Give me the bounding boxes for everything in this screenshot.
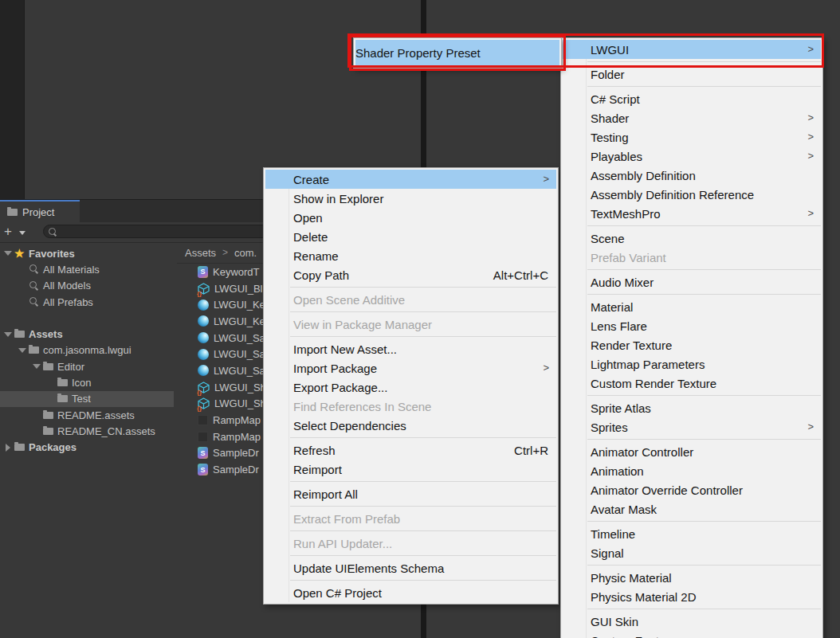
asset-item-label: SampleDr (213, 447, 259, 459)
tab-project[interactable]: Project (0, 200, 80, 222)
menu-item-label: Shader (591, 112, 813, 125)
menu-item-refresh[interactable]: RefreshCtrl+R (265, 440, 556, 460)
breadcrumb-segment-com[interactable]: com. (234, 247, 257, 259)
menu-item-playables[interactable]: Playables> (563, 147, 821, 166)
asset-item-label: LWGUI_Sa (214, 332, 265, 344)
asset-item-label: RampMap (213, 431, 261, 443)
menu-item-animation[interactable]: Animation (563, 461, 821, 480)
chevron-down-icon[interactable] (19, 231, 26, 235)
folder-icon (43, 363, 53, 370)
sidebar-item-all-materials[interactable]: All Materials (0, 261, 174, 277)
collapsed-caret-icon[interactable] (2, 444, 14, 452)
tree-item-icon-cell (57, 379, 72, 386)
menu-item-export-package[interactable]: Export Package... (265, 378, 556, 397)
menu-item-assembly-definition-reference[interactable]: Assembly Definition Reference (563, 185, 821, 204)
breadcrumb-segment-assets[interactable]: Assets (185, 247, 216, 259)
expand-caret-icon[interactable] (16, 348, 29, 353)
menu-item-animator-override-controller[interactable]: Animator Override Controller (563, 480, 821, 499)
sidebar-item-editor[interactable]: Editor (0, 358, 174, 374)
menu-item-label: View in Package Manager (293, 318, 548, 331)
menu-item-physics-material-2d[interactable]: Physics Material 2D (563, 587, 821, 606)
menu-item-delete[interactable]: Delete (265, 227, 556, 246)
add-asset-button[interactable]: + (4, 223, 12, 240)
menu-item-reimport-all[interactable]: Reimport All (265, 484, 556, 503)
menu-item-lwgui[interactable]: LWGUI> (563, 40, 821, 59)
tree-item-icon-cell (43, 412, 57, 419)
menu-item-label: Show in Explorer (293, 192, 548, 205)
tree-item-label: com.jasonma.lwgui (43, 344, 131, 356)
menu-item-timeline[interactable]: Timeline (563, 524, 821, 543)
tree-item-icon-cell (57, 395, 72, 402)
menu-item-label: Lightmap Parameters (591, 358, 813, 371)
menu-item-physic-material[interactable]: Physic Material (563, 568, 821, 587)
menu-item-import-new-asset[interactable]: Import New Asset... (265, 339, 556, 358)
tree-item-label: README.assets (57, 409, 135, 421)
menu-item-open[interactable]: Open (265, 208, 556, 227)
sidebar-item-all-prefabs[interactable]: All Prefabs (0, 294, 174, 310)
menu-item-run-api-updater: Run API Updater... (265, 534, 556, 553)
expand-caret-icon[interactable] (2, 332, 14, 337)
menu-item-audio-mixer[interactable]: Audio Mixer (563, 272, 821, 292)
menu-item-select-dependencies[interactable]: Select Dependencies (265, 416, 556, 435)
expand-caret-icon[interactable] (30, 364, 43, 369)
menu-item-create[interactable]: Create> (265, 170, 556, 189)
folder-icon (57, 395, 68, 402)
menu-item-render-texture[interactable]: Render Texture (563, 335, 821, 354)
sidebar-item-icon[interactable]: Icon (0, 374, 174, 390)
sidebar-item-com-jasonma-lwgui[interactable]: com.jasonma.lwgui (0, 342, 174, 358)
menu-item-update-uielements-schema[interactable]: Update UIElements Schema (265, 558, 556, 577)
menu-item-label: Lens Flare (591, 319, 813, 333)
menu-item-avatar-mask[interactable]: Avatar Mask (563, 499, 821, 519)
menu-item-lens-flare[interactable]: Lens Flare (563, 316, 821, 335)
menu-item-lightmap-parameters[interactable]: Lightmap Parameters (563, 354, 821, 374)
menu-item-label: GUI Skin (591, 615, 813, 628)
menu-item-custom-render-texture[interactable]: Custom Render Texture (563, 374, 821, 393)
menu-item-reimport[interactable]: Reimport (265, 460, 556, 479)
menu-item-gui-skin[interactable]: GUI Skin (563, 612, 821, 631)
menu-item-sprites[interactable]: Sprites> (563, 417, 821, 436)
caret-triangle (4, 251, 12, 256)
menu-item-label: Custom Render Texture (591, 377, 813, 390)
sidebar-item-readme-assets[interactable]: README.assets (0, 407, 174, 423)
menu-item-label: Open Scene Additive (293, 293, 548, 307)
sidebar-item-readme-cn-assets[interactable]: README_CN.assets (0, 423, 174, 439)
menu-item-rename[interactable]: Rename (265, 246, 556, 265)
menu-separator (587, 294, 821, 295)
tree-item-label: Packages (29, 441, 77, 453)
menu-item-scene[interactable]: Scene (563, 229, 821, 248)
sidebar-item-favorites[interactable]: ★Favorites (0, 245, 174, 261)
menu-item-animator-controller[interactable]: Animator Controller (563, 442, 821, 461)
menu-separator (587, 439, 821, 440)
menu-item-label: Scene (591, 232, 813, 245)
menu-item-textmeshpro[interactable]: TextMeshPro> (563, 204, 821, 223)
menu-item-copy-path[interactable]: Copy PathAlt+Ctrl+C (265, 265, 556, 284)
menu-item-shortcut: Alt+Ctrl+C (493, 268, 548, 282)
submenu-chevron-icon: > (543, 362, 549, 374)
menu-item-folder[interactable]: Folder (563, 65, 821, 84)
expand-caret-icon[interactable] (2, 251, 14, 256)
shader-cube-icon: {} (198, 283, 210, 295)
menu-item-label: Rename (293, 249, 548, 263)
menu-item-assembly-definition[interactable]: Assembly Definition (563, 166, 821, 185)
caret-triangle (6, 444, 10, 452)
menu-item-label: Sprites (591, 421, 813, 434)
menu-item-c-script[interactable]: C# Script (563, 89, 821, 108)
sidebar-item-packages[interactable]: Packages (0, 440, 174, 456)
menu-item-shader-property-preset[interactable]: Shader Property Preset (355, 40, 559, 66)
shader-cube-icon: {} (198, 397, 210, 409)
tree-item-label: Icon (72, 377, 92, 389)
menu-item-custom-font[interactable]: Custom Font (563, 631, 821, 638)
sidebar-item-test[interactable]: Test (0, 391, 174, 407)
sidebar-item-all-models[interactable]: All Models (0, 278, 174, 294)
menu-item-import-package[interactable]: Import Package> (265, 358, 556, 378)
menu-item-open-c-project[interactable]: Open C# Project (265, 583, 556, 602)
menu-item-testing[interactable]: Testing> (563, 127, 821, 147)
menu-item-sprite-atlas[interactable]: Sprite Atlas (563, 398, 821, 417)
search-icon (29, 297, 38, 307)
tree-item-label: Favorites (29, 248, 75, 260)
menu-item-signal[interactable]: Signal (563, 543, 821, 562)
menu-item-material[interactable]: Material (563, 297, 821, 316)
sidebar-item-assets[interactable]: Assets (0, 326, 174, 342)
menu-item-show-in-explorer[interactable]: Show in Explorer (265, 189, 556, 208)
menu-item-shader[interactable]: Shader> (563, 108, 821, 127)
